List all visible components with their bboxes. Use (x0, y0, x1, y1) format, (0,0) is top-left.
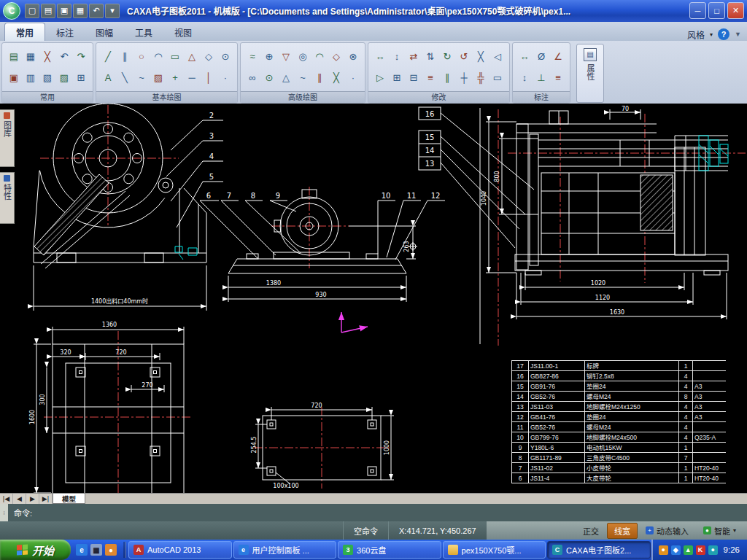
tray-icon[interactable]: ▲ (684, 545, 693, 555)
ribbon-icon[interactable]: ↔ (373, 50, 387, 64)
ribbon-icon[interactable]: △ (185, 50, 199, 64)
ribbon-icon[interactable]: ⊟ (406, 70, 421, 85)
group-dimension-label[interactable]: 标注 (513, 91, 570, 103)
ribbon-icon[interactable]: ↕ (390, 50, 404, 64)
undo-icon[interactable]: ↶ (89, 4, 104, 18)
help-icon[interactable]: ? (718, 28, 729, 40)
ribbon-icon[interactable]: ∞ (245, 70, 260, 85)
ribbon-icon[interactable]: ╳ (329, 70, 344, 85)
ribbon-icon[interactable]: ─ (185, 70, 199, 85)
ribbon-icon[interactable]: ┼ (457, 70, 471, 85)
task-button-360cloud[interactable]: 3 360云盘 (338, 541, 441, 559)
ribbon-icon[interactable]: ∠ (551, 50, 565, 64)
ribbon-icon[interactable]: ⊙ (262, 70, 276, 85)
ribbon-icon[interactable]: ▭ (490, 70, 505, 85)
ribbon-icon[interactable]: · (218, 70, 233, 85)
ribbon-icon[interactable]: ⊥ (534, 70, 549, 85)
tab-sheet[interactable]: 图幅 (85, 23, 124, 41)
cad-canvas[interactable]: 1400出料口40mm时 1380 930 263 70 1040 800 10… (0, 104, 747, 493)
show-desktop-icon[interactable]: ▦ (90, 544, 102, 556)
side-tab-library[interactable]: 图库 (0, 109, 15, 167)
style-dropdown[interactable]: 风格 (687, 28, 705, 41)
ie-icon[interactable]: e (76, 544, 88, 556)
sheet-last-button[interactable]: ▶| (39, 494, 53, 504)
close-button[interactable]: ✕ (727, 2, 744, 19)
ribbon-icon[interactable]: ◠ (151, 50, 166, 64)
sheet-next-button[interactable]: ▶ (26, 494, 39, 504)
new-icon[interactable]: ▢ (25, 4, 39, 18)
ribbon-icon[interactable]: ⇅ (423, 50, 438, 64)
task-button-autocad[interactable]: A AutoCAD 2013 (128, 541, 232, 559)
group-basic-draw-label[interactable]: 基本绘图 (96, 91, 237, 103)
command-grip[interactable]: ⁞ (0, 504, 8, 521)
ribbon-icon[interactable]: ◠ (312, 50, 327, 64)
tray-icon[interactable]: ◆ (671, 545, 681, 555)
ribbon-icon[interactable]: ▨ (57, 70, 71, 85)
ribbon-icon[interactable]: ╲ (117, 70, 132, 85)
ribbon-icon[interactable]: △ (279, 70, 293, 85)
ribbon-icon[interactable]: ▷ (373, 70, 387, 85)
ribbon-icon[interactable]: ▤ (7, 50, 21, 64)
ribbon-icon[interactable]: ╱ (101, 50, 115, 64)
ribbon-icon[interactable]: ▭ (168, 50, 182, 64)
ribbon-icon[interactable]: ▨ (151, 70, 166, 85)
tray-icon[interactable]: K (696, 545, 705, 555)
tab-view[interactable]: 视图 (163, 23, 203, 41)
group-modify-label[interactable]: 修改 (368, 91, 509, 103)
task-button-caxa[interactable]: C CAXA电子图板2... (547, 541, 651, 559)
ribbon-icon[interactable]: ◇ (201, 50, 216, 64)
sheet-prev-button[interactable]: ◀ (13, 494, 26, 504)
ribbon-icon[interactable]: ◇ (329, 50, 344, 64)
ribbon-icon[interactable]: ⊕ (262, 50, 276, 64)
pin-icon[interactable]: ▼ (735, 31, 741, 38)
ribbon-icon[interactable]: ≡ (423, 70, 438, 85)
tab-tools[interactable]: 工具 (124, 23, 163, 41)
ribbon-icon[interactable]: ▦ (23, 50, 38, 64)
ribbon-icon[interactable]: ~ (134, 70, 149, 85)
ribbon-icon[interactable]: ≡ (551, 70, 565, 85)
ribbon-icon[interactable]: ╳ (473, 50, 488, 64)
ribbon-icon[interactable]: ↺ (457, 50, 471, 64)
ribbon-icon[interactable]: ⊗ (346, 50, 360, 64)
ribbon-icon[interactable]: ▥ (23, 70, 38, 85)
ribbon-icon[interactable]: ▽ (279, 50, 293, 64)
ribbon-icon[interactable]: ○ (134, 50, 149, 64)
ribbon-icon[interactable]: ⊞ (390, 70, 404, 85)
ribbon-icon[interactable]: ↔ (517, 50, 532, 64)
sheet-first-button[interactable]: |◀ (0, 494, 13, 504)
ribbon-icon[interactable]: ⊞ (74, 70, 88, 85)
command-line[interactable]: ⁞ 命令: (0, 504, 747, 521)
tray-icon[interactable]: ● (708, 545, 718, 555)
ribbon-icon[interactable]: ▣ (7, 70, 21, 85)
ribbon-icon[interactable]: ⊙ (218, 50, 233, 64)
task-button-control-panel[interactable]: e 用户控制面板 ... (233, 541, 337, 559)
media-icon[interactable]: ● (105, 544, 117, 556)
linewidth-toggle[interactable]: 线宽 (607, 523, 638, 539)
properties-button[interactable]: ▤ 属性 (576, 44, 604, 103)
ribbon-icon[interactable]: ╬ (473, 70, 488, 85)
ribbon-icon[interactable]: Ø (534, 50, 549, 64)
print-icon[interactable]: ▦ (73, 4, 88, 18)
ribbon-icon[interactable]: ∥ (440, 70, 454, 85)
open-icon[interactable]: ▤ (41, 4, 55, 18)
ribbon-icon[interactable]: A (101, 70, 115, 85)
tab-common[interactable]: 常用 (4, 23, 45, 41)
ribbon-icon[interactable]: ◁ (490, 50, 505, 64)
ribbon-icon[interactable]: · (346, 70, 360, 85)
tab-annotate[interactable]: 标注 (45, 23, 85, 41)
ribbon-icon[interactable]: ≈ (245, 50, 260, 64)
side-tab-properties[interactable]: 特性 (0, 172, 15, 224)
group-common-label[interactable]: 常用 (2, 91, 93, 103)
dynamic-input-toggle[interactable]: + 动态输入 (639, 524, 695, 538)
ribbon-icon[interactable]: ⇄ (406, 50, 421, 64)
qat-dropdown-icon[interactable]: ▾ (105, 4, 120, 18)
group-advanced-draw-label[interactable]: 高级绘图 (241, 91, 365, 103)
ribbon-icon[interactable]: ↕ (517, 70, 532, 85)
ribbon-icon[interactable]: ∥ (117, 50, 132, 64)
save-icon[interactable]: ▣ (57, 4, 71, 18)
ribbon-icon[interactable]: ↶ (57, 50, 71, 64)
ribbon-icon[interactable]: ~ (295, 70, 310, 85)
bom-table[interactable]: 17 JS11.00-1 标牌 1 16 GB827-86 铆钉2.5x8 4 (511, 360, 726, 493)
ribbon-icon[interactable]: ↷ (74, 50, 88, 64)
ribbon-icon[interactable]: │ (201, 70, 216, 85)
